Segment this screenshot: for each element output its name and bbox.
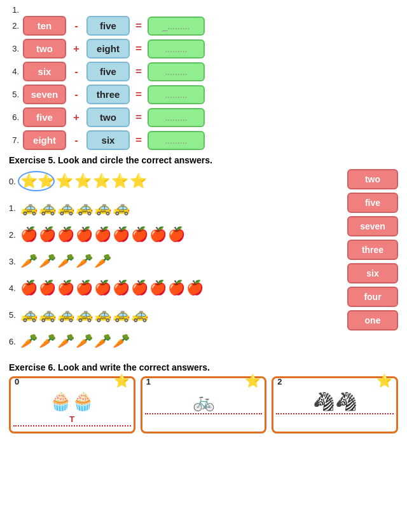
ex5-items: 🚕🚕🚕🚕🚕🚕: [20, 200, 341, 216]
item-emoji: 🚕: [57, 200, 74, 216]
item-emoji: 🚕: [76, 306, 93, 323]
item-emoji: 🚕: [94, 306, 111, 323]
card-image: 🧁🧁: [50, 391, 94, 412]
card-star-icon: ⭐: [376, 373, 392, 388]
answer-button[interactable]: two: [347, 169, 398, 189]
row-number: 2.: [9, 21, 19, 31]
math-row: 6. five + two = .........: [9, 107, 398, 127]
item-emoji: 🍎: [131, 226, 148, 243]
math-left: two: [23, 39, 66, 58]
math-left: ten: [23, 16, 66, 36]
card-label: T: [69, 414, 74, 424]
card-image: 🚲: [193, 391, 215, 412]
item-emoji: 🍎: [39, 280, 56, 296]
card-number: 0: [15, 377, 19, 386]
answer-button[interactable]: three: [347, 240, 398, 260]
math-left: six: [23, 62, 66, 81]
ex6-card: 0 ⭐ 🧁🧁 T: [9, 376, 135, 433]
ex5-row: 3.🥕🥕🥕🥕🥕: [9, 249, 341, 273]
math-left: eight: [23, 130, 66, 150]
row-number: 6.: [9, 113, 19, 122]
card-star-icon: ⭐: [114, 373, 130, 388]
ex5-items: 🚕🚕🚕🚕🚕🚕🚕: [20, 306, 341, 323]
item-emoji: 🍎: [20, 226, 38, 243]
item-emoji: 🚕: [94, 200, 111, 216]
item-emoji: 🍎: [76, 226, 93, 243]
answer-button[interactable]: four: [347, 287, 398, 307]
exercise5-left: 0.⭐⭐⭐⭐⭐⭐⭐1.🚕🚕🚕🚕🚕🚕2.🍎🍎🍎🍎🍎🍎🍎🍎🍎3.🥕🥕🥕🥕🥕4.🍎🍎🍎…: [9, 169, 341, 356]
math-answer[interactable]: .........: [148, 85, 205, 104]
item-emoji: 🚕: [20, 306, 38, 323]
card-image: 🦓🦓: [313, 391, 357, 412]
math-equals: =: [134, 134, 144, 147]
item-emoji: 🍎: [113, 280, 130, 296]
math-row: 2. ten - five = _.........: [9, 16, 398, 36]
answer-button[interactable]: seven: [347, 216, 398, 236]
answer-button[interactable]: one: [347, 310, 398, 331]
star-icon: ⭐: [93, 173, 110, 189]
item-emoji: 🚕: [76, 200, 93, 216]
item-emoji: 🥕: [20, 333, 38, 350]
math-answer[interactable]: .........: [148, 39, 205, 58]
math-row: 7. eight - six = .........: [9, 130, 398, 150]
ex5-row-number: 3.: [9, 257, 20, 266]
item-emoji: 🍎: [113, 226, 130, 243]
ex6-card: 2 ⭐ 🦓🦓: [272, 376, 398, 433]
item-emoji: 🥕: [20, 253, 38, 269]
item-emoji: 🥕: [39, 253, 56, 269]
star-oval-group: ⭐⭐: [20, 173, 55, 189]
item-emoji: 🍎: [149, 280, 167, 296]
math-rows-container: 2. ten - five = _......... 3. two + eigh…: [9, 16, 398, 150]
ex5-items: 🥕🥕🥕🥕🥕🥕: [20, 333, 341, 350]
ex5-items: 🥕🥕🥕🥕🥕: [20, 253, 341, 269]
math-answer[interactable]: .........: [148, 108, 205, 127]
ex5-row: 4.🍎🍎🍎🍎🍎🍎🍎🍎🍎🍎: [9, 276, 341, 300]
item-emoji: 🍎: [94, 280, 111, 296]
card-number: 2: [277, 377, 282, 386]
item-emoji: 🥕: [113, 333, 130, 350]
item-emoji: 🍎: [57, 226, 74, 243]
math-row: 4. six - five = .........: [9, 62, 398, 81]
exercise4-section: 1. 2. ten - five = _......... 3. two + e…: [9, 5, 398, 150]
item-emoji: 🍎: [149, 226, 167, 243]
item-emoji: 🍎: [131, 280, 148, 296]
math-row: 3. two + eight = .........: [9, 39, 398, 58]
row-number: 7.: [9, 135, 19, 145]
item-emoji: 🚕: [39, 306, 56, 323]
math-answer[interactable]: .........: [148, 131, 205, 150]
exercise5-header: Exercise 5. Look and circle the correct …: [9, 155, 398, 165]
math-operator: -: [70, 88, 83, 101]
ex5-items: 🍎🍎🍎🍎🍎🍎🍎🍎🍎: [20, 226, 341, 243]
star-icon: ⭐: [38, 173, 55, 189]
ex5-row: 5.🚕🚕🚕🚕🚕🚕🚕: [9, 303, 341, 327]
math-answer[interactable]: _.........: [148, 17, 205, 36]
ex5-row-number: 1.: [9, 203, 20, 213]
ex5-row-number: 4.: [9, 283, 20, 293]
math-right: six: [86, 130, 130, 150]
math-row: 5. seven - three = .........: [9, 85, 398, 104]
ex5-row: 6.🥕🥕🥕🥕🥕🥕: [9, 329, 341, 353]
star-icon: ⭐: [20, 173, 38, 189]
math-equals: =: [134, 65, 144, 78]
item-emoji: 🍎: [39, 226, 56, 243]
item-emoji: 🚕: [113, 200, 130, 216]
star-icon: ⭐: [111, 173, 128, 189]
ex5-row-number: 0.: [9, 177, 20, 186]
card-dotted-line: [13, 425, 131, 426]
ex5-row: 1.🚕🚕🚕🚕🚕🚕: [9, 196, 341, 220]
card-number: 1: [146, 377, 151, 386]
math-left: five: [23, 107, 66, 127]
math-answer[interactable]: .........: [148, 62, 205, 81]
item-emoji: 🥕: [57, 253, 74, 269]
item-emoji: 🚕: [57, 306, 74, 323]
answer-button[interactable]: six: [347, 263, 398, 283]
row-number: 3.: [9, 44, 19, 53]
exercise5-right: twofiveseventhreesixfourone: [347, 169, 398, 356]
item-emoji: 🥕: [39, 333, 56, 350]
math-right: eight: [86, 39, 130, 58]
item-emoji: 🥕: [76, 333, 93, 350]
ex5-items: ⭐⭐⭐⭐⭐⭐⭐: [20, 173, 341, 189]
answer-button[interactable]: five: [347, 193, 398, 213]
item-emoji: 🥕: [76, 253, 93, 269]
ex5-row: 0.⭐⭐⭐⭐⭐⭐⭐: [9, 169, 341, 193]
